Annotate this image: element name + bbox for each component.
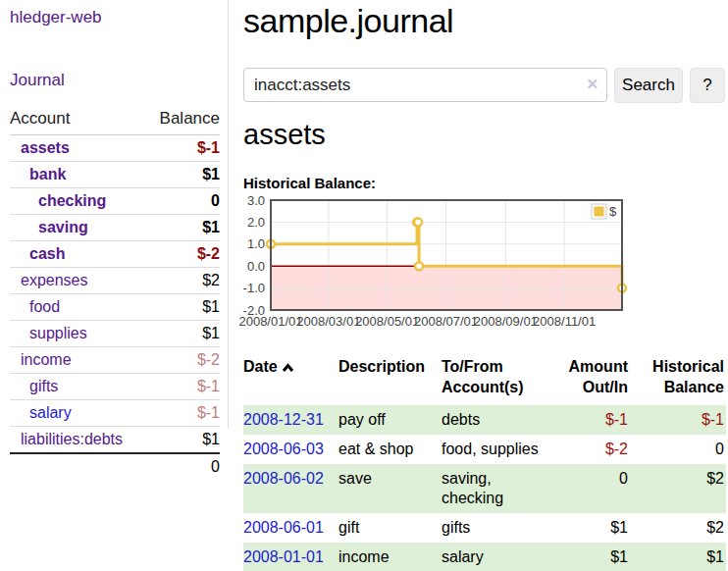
account-balance: $-2 (147, 347, 221, 374)
register-header-accounts: To/From Account(s) (442, 355, 559, 405)
transaction-accounts: debts (442, 405, 559, 435)
sidebar: hledger-web Journal Account Balance asse… (0, 0, 229, 429)
svg-text:-1.0: -1.0 (243, 281, 265, 295)
account-link-income[interactable]: income (21, 351, 72, 368)
transaction-date-link[interactable]: 2008-06-03 (243, 441, 324, 457)
account-row-expenses: expenses $2 (10, 268, 220, 294)
account-row-supplies: supplies $1 (10, 321, 220, 347)
sort-ascending-icon (282, 358, 294, 379)
transaction-amount: $-2 (559, 435, 630, 464)
accounts-header-balance: Balance (147, 107, 221, 135)
register-header-description: Description (338, 355, 442, 405)
svg-text:2008/01/01: 2008/01/01 (238, 314, 302, 329)
account-link-food[interactable]: food (29, 298, 60, 315)
search-form: ✕ Search ? (243, 68, 726, 103)
account-balance: $1 (147, 162, 221, 188)
account-balance: $1 (147, 215, 221, 241)
register-section: Date Description To/From Account(s) Amou… (243, 355, 726, 571)
transaction-amount: $1 (559, 513, 630, 543)
account-link-checking[interactable]: checking (38, 192, 106, 209)
svg-text:1.0: 1.0 (247, 236, 265, 251)
register-header-amount: Amount Out/In (559, 355, 630, 405)
register-row: 2008-12-31 pay off debts $-1 $-1 (243, 405, 726, 435)
account-link-gifts[interactable]: gifts (29, 378, 58, 394)
transaction-date-link[interactable]: 2008-06-01 (243, 519, 324, 536)
account-row-cash: cash $-2 (10, 241, 220, 268)
account-balance: $1 (147, 427, 221, 454)
account-link-expenses[interactable]: expenses (21, 272, 88, 288)
account-balance: $-1 (147, 135, 221, 162)
account-row-liabilities-debts: liabilities:debts $1 (10, 427, 220, 454)
register-row: 2008-06-03 eat & shop food, supplies $-2… (243, 435, 726, 464)
svg-text:0.0: 0.0 (247, 259, 265, 274)
account-row-food: food $1 (10, 294, 220, 321)
transaction-description: eat & shop (338, 435, 442, 464)
chart-title: Historical Balance: (243, 175, 376, 191)
account-balance: 0 (147, 188, 221, 215)
brand-link[interactable]: hledger-web (10, 8, 102, 27)
account-link-bank[interactable]: bank (29, 166, 66, 182)
transaction-balance: $1 (630, 543, 726, 571)
account-balance: $-1 (147, 400, 221, 427)
transaction-balance: 0 (630, 435, 726, 464)
account-link-cash[interactable]: cash (29, 245, 65, 262)
register-row: 2008-06-02 save saving, checking 0 $2 (243, 464, 726, 513)
transaction-accounts: food, supplies (442, 435, 559, 464)
account-row-income: income $-2 (10, 347, 220, 374)
sidebar-item-journal[interactable]: Journal (10, 71, 220, 90)
historical-balance-chart: 3.02.01.00.0-1.0-2.02008/01/012008/03/01… (237, 196, 630, 336)
transaction-balance: $-1 (630, 405, 726, 435)
chart-canvas: 3.02.01.00.0-1.0-2.02008/01/012008/03/01… (237, 196, 630, 336)
account-link-liabilities-debts[interactable]: liabilities:debts (21, 431, 123, 447)
account-balance: $2 (147, 268, 221, 294)
transaction-amount: 0 (559, 464, 630, 513)
transaction-amount: $-1 (559, 405, 630, 435)
register-header-balance: Historical Balance (630, 355, 726, 405)
transaction-balance: $2 (630, 464, 726, 513)
account-balance: $1 (147, 294, 221, 321)
account-balance: $-1 (147, 374, 221, 400)
transaction-date-link[interactable]: 2008-06-02 (243, 470, 324, 487)
transaction-date-link[interactable]: 2008-12-31 (243, 411, 324, 428)
transaction-description: save (338, 464, 442, 513)
account-row-salary: salary $-1 (10, 400, 220, 427)
accounts-total: 0 (147, 453, 221, 480)
account-balance: $-2 (147, 241, 221, 268)
account-row-checking: checking 0 (10, 188, 220, 215)
register-row: 2008-06-01 gift gifts $1 $2 (243, 513, 726, 543)
register-header-date[interactable]: Date (243, 355, 338, 405)
accounts-total-row: 0 (10, 453, 220, 480)
transaction-description: income (338, 543, 442, 571)
page-title: sample.journal (243, 2, 453, 40)
transaction-description: gift (338, 513, 442, 543)
accounts-table: Account Balance assets $-1 bank $1 check… (10, 107, 220, 480)
register-table: Date Description To/From Account(s) Amou… (243, 355, 726, 571)
account-link-supplies[interactable]: supplies (29, 325, 87, 341)
svg-text:2008/11/01: 2008/11/01 (533, 314, 596, 329)
svg-text:3.0: 3.0 (247, 196, 265, 208)
account-heading: assets (243, 119, 326, 151)
transaction-balance: $2 (630, 513, 726, 543)
transaction-description: pay off (338, 405, 442, 435)
svg-text:2008/03/01: 2008/03/01 (296, 314, 360, 329)
account-balance: $1 (147, 321, 221, 347)
help-button[interactable]: ? (690, 68, 725, 103)
hledger-web-page: hledger-web Journal Account Balance asse… (0, 0, 728, 571)
account-link-saving[interactable]: saving (38, 219, 88, 235)
svg-text:2.0: 2.0 (247, 215, 265, 230)
account-link-salary[interactable]: salary (29, 404, 72, 421)
transaction-accounts: salary (442, 543, 559, 571)
account-row-gifts: gifts $-1 (10, 374, 220, 400)
svg-text:2008/07/01: 2008/07/01 (414, 314, 478, 329)
register-row: 2008-01-01 income salary $1 $1 (243, 543, 726, 571)
main-content: sample.journal ✕ Search ? assets Histori… (243, 0, 726, 571)
transaction-date-link[interactable]: 2008-01-01 (243, 548, 324, 565)
transaction-accounts: saving, checking (442, 464, 559, 513)
svg-text:$: $ (609, 204, 617, 219)
search-button[interactable]: Search (614, 68, 683, 103)
account-row-assets: assets $-1 (10, 135, 220, 162)
search-input[interactable] (243, 68, 607, 102)
svg-text:2008/09/01: 2008/09/01 (474, 314, 538, 329)
clear-search-icon[interactable]: ✕ (586, 76, 598, 93)
account-link-assets[interactable]: assets (21, 139, 70, 156)
